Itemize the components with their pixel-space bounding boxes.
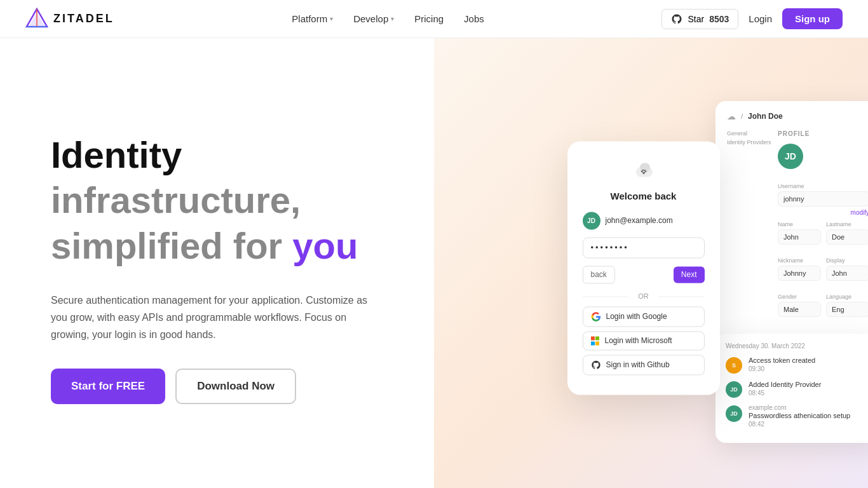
chevron-down-icon: ▾ [330, 15, 333, 22]
profile-section-title: PROFILE [778, 130, 868, 137]
gender-language-row: Gender Language [778, 294, 868, 323]
login-card: Welcome back JD john@example.com back Ne… [567, 141, 720, 395]
or-divider: OR [583, 292, 705, 300]
activity-content-2: Added Identity Provider 08:45 [749, 380, 821, 396]
github-social-icon [591, 360, 601, 370]
display-input[interactable] [826, 266, 868, 281]
nav-pricing[interactable]: Pricing [414, 13, 444, 24]
download-now-button[interactable]: Download Now [175, 369, 296, 404]
profile-avatar: JD [778, 144, 803, 169]
nav-jobs[interactable]: Jobs [464, 13, 484, 24]
github-star-button[interactable]: Star 8503 [661, 9, 738, 29]
login-user-row: JD john@example.com [583, 212, 705, 229]
google-login-button[interactable]: Login with Google [583, 306, 705, 327]
activity-date: Wednesday 30. March 2022 [726, 342, 868, 349]
activity-avatar-jd-2: JD [726, 405, 742, 422]
login-cloud-icon [583, 159, 705, 184]
user-avatar: JD [583, 212, 600, 229]
logo-text: ZITADEL [53, 12, 114, 25]
display-field: Display [826, 257, 868, 281]
hero-subtitle: Secure authentication management for you… [51, 292, 381, 344]
username-field: Username [778, 183, 868, 207]
logo[interactable]: ZITADEL [25, 8, 114, 30]
language-input[interactable] [826, 302, 868, 317]
nickname-input[interactable] [778, 266, 821, 281]
username-input[interactable] [778, 191, 868, 207]
next-button[interactable]: Next [674, 266, 705, 283]
navbar: ZITADEL Platform ▾ Develop ▾ Pricing Job… [0, 0, 868, 38]
nav-platform[interactable]: Platform ▾ [292, 13, 333, 24]
password-input[interactable] [583, 237, 705, 258]
nickname-field: Nickname [778, 257, 821, 281]
nav-links: Platform ▾ Develop ▾ Pricing Jobs [292, 13, 484, 24]
profile-card: ☁ / John Doe General Identity Providers … [715, 101, 868, 348]
profile-user-name: John Doe [748, 112, 783, 121]
login-email: john@example.com [606, 216, 673, 225]
hero-section: Identity infrastructure, simplified for … [0, 38, 868, 488]
hero-title: Identity infrastructure, simplified for … [51, 135, 396, 271]
gender-input[interactable] [778, 302, 821, 317]
profile-breadcrumb: / [741, 112, 743, 120]
logo-icon [25, 8, 48, 30]
name-input[interactable] [778, 229, 821, 245]
login-button[interactable]: Login [749, 13, 772, 24]
microsoft-icon [591, 336, 600, 345]
identity-providers-label: Identity Providers [727, 139, 771, 146]
activity-avatar-s: S [726, 357, 742, 374]
hero-left: Identity infrastructure, simplified for … [0, 38, 434, 488]
login-action-buttons: back Next [583, 266, 705, 283]
nickname-display-row: Nickname Display [778, 257, 868, 287]
name-field: Name [778, 221, 821, 245]
activity-card: Wednesday 30. March 2022 S Access token … [715, 334, 868, 443]
activity-content-1: Access token created 09:30 [749, 356, 815, 372]
profile-cloud-icon: ☁ [727, 111, 736, 121]
chevron-down-icon: ▾ [391, 15, 394, 22]
activity-item-1: S Access token created 09:30 [726, 356, 868, 374]
name-lastname-row: Name Lastname [778, 221, 868, 251]
gender-field: Gender [778, 294, 821, 317]
profile-card-header: ☁ / John Doe [727, 111, 868, 121]
login-card-title: Welcome back [583, 191, 705, 201]
lastname-field: Lastname [826, 221, 868, 245]
start-free-button[interactable]: Start for FREE [51, 369, 165, 404]
hero-buttons: Start for FREE Download Now [51, 369, 396, 404]
activity-item-3: JD example.com Passwordless athenication… [726, 404, 868, 428]
general-label: General [727, 130, 771, 137]
activity-avatar-jd-1: JD [726, 381, 742, 398]
signup-button[interactable]: Sign up [782, 8, 843, 29]
nav-develop[interactable]: Develop ▾ [353, 13, 394, 24]
activity-content-3: example.com Passwordless athenication se… [749, 404, 850, 428]
google-icon [591, 311, 601, 322]
github-login-button[interactable]: Sign in with Github [583, 355, 705, 375]
modify-link[interactable]: modify [778, 209, 868, 216]
back-button[interactable]: back [583, 266, 615, 283]
nav-actions: Star 8503 Login Sign up [661, 8, 843, 29]
lastname-input[interactable] [826, 229, 868, 245]
cloud-icon [631, 159, 656, 179]
hero-right: Welcome back JD john@example.com back Ne… [434, 38, 868, 488]
microsoft-login-button[interactable]: Login with Microsoft [583, 331, 705, 350]
github-icon [671, 13, 682, 25]
activity-item-2: JD Added Identity Provider 08:45 [726, 380, 868, 398]
language-field: Language [826, 294, 868, 317]
